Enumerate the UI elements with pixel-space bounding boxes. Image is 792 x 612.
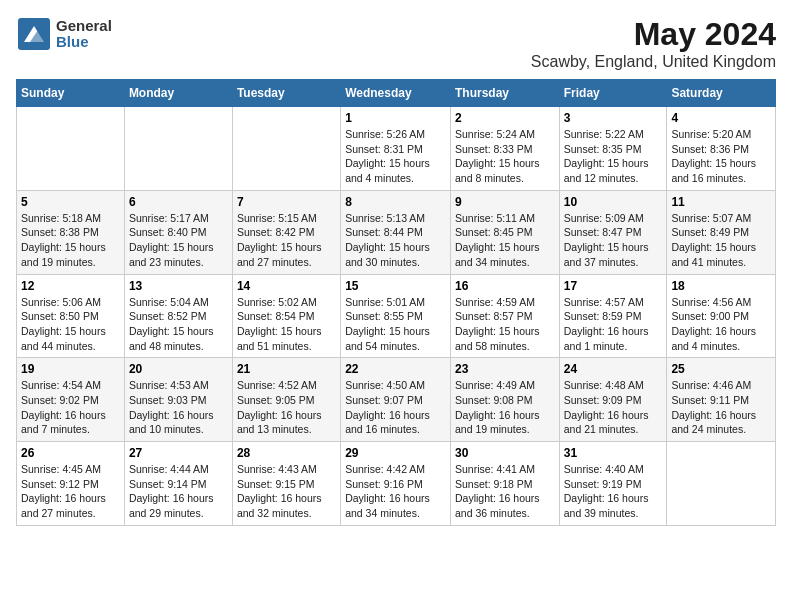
- day-cell: 29Sunrise: 4:42 AM Sunset: 9:16 PM Dayli…: [341, 442, 451, 526]
- day-number: 29: [345, 446, 446, 460]
- day-cell: 8Sunrise: 5:13 AM Sunset: 8:44 PM Daylig…: [341, 190, 451, 274]
- day-number: 3: [564, 111, 663, 125]
- day-number: 2: [455, 111, 555, 125]
- day-number: 12: [21, 279, 120, 293]
- day-number: 22: [345, 362, 446, 376]
- day-info: Sunrise: 4:56 AM Sunset: 9:00 PM Dayligh…: [671, 295, 771, 354]
- day-number: 28: [237, 446, 336, 460]
- main-title: May 2024: [531, 16, 776, 53]
- day-info: Sunrise: 4:54 AM Sunset: 9:02 PM Dayligh…: [21, 378, 120, 437]
- day-cell: 30Sunrise: 4:41 AM Sunset: 9:18 PM Dayli…: [450, 442, 559, 526]
- day-info: Sunrise: 5:02 AM Sunset: 8:54 PM Dayligh…: [237, 295, 336, 354]
- day-number: 26: [21, 446, 120, 460]
- day-number: 10: [564, 195, 663, 209]
- day-header-monday: Monday: [124, 80, 232, 107]
- day-cell: 28Sunrise: 4:43 AM Sunset: 9:15 PM Dayli…: [232, 442, 340, 526]
- day-cell: 23Sunrise: 4:49 AM Sunset: 9:08 PM Dayli…: [450, 358, 559, 442]
- day-cell: 16Sunrise: 4:59 AM Sunset: 8:57 PM Dayli…: [450, 274, 559, 358]
- week-row-4: 19Sunrise: 4:54 AM Sunset: 9:02 PM Dayli…: [17, 358, 776, 442]
- day-number: 19: [21, 362, 120, 376]
- day-cell: [232, 107, 340, 191]
- day-number: 25: [671, 362, 771, 376]
- day-cell: [124, 107, 232, 191]
- day-info: Sunrise: 5:26 AM Sunset: 8:31 PM Dayligh…: [345, 127, 446, 186]
- day-cell: 24Sunrise: 4:48 AM Sunset: 9:09 PM Dayli…: [559, 358, 667, 442]
- calendar-table: SundayMondayTuesdayWednesdayThursdayFrid…: [16, 79, 776, 526]
- day-info: Sunrise: 5:20 AM Sunset: 8:36 PM Dayligh…: [671, 127, 771, 186]
- day-header-thursday: Thursday: [450, 80, 559, 107]
- day-info: Sunrise: 5:22 AM Sunset: 8:35 PM Dayligh…: [564, 127, 663, 186]
- day-info: Sunrise: 5:07 AM Sunset: 8:49 PM Dayligh…: [671, 211, 771, 270]
- logo-general: General: [56, 18, 112, 35]
- day-cell: 25Sunrise: 4:46 AM Sunset: 9:11 PM Dayli…: [667, 358, 776, 442]
- day-info: Sunrise: 5:04 AM Sunset: 8:52 PM Dayligh…: [129, 295, 228, 354]
- title-block: May 2024 Scawby, England, United Kingdom: [531, 16, 776, 71]
- day-number: 11: [671, 195, 771, 209]
- day-info: Sunrise: 5:06 AM Sunset: 8:50 PM Dayligh…: [21, 295, 120, 354]
- page-header: General Blue May 2024 Scawby, England, U…: [16, 16, 776, 71]
- day-cell: 6Sunrise: 5:17 AM Sunset: 8:40 PM Daylig…: [124, 190, 232, 274]
- day-number: 21: [237, 362, 336, 376]
- day-info: Sunrise: 4:49 AM Sunset: 9:08 PM Dayligh…: [455, 378, 555, 437]
- day-cell: 18Sunrise: 4:56 AM Sunset: 9:00 PM Dayli…: [667, 274, 776, 358]
- day-info: Sunrise: 5:17 AM Sunset: 8:40 PM Dayligh…: [129, 211, 228, 270]
- day-number: 18: [671, 279, 771, 293]
- day-cell: 5Sunrise: 5:18 AM Sunset: 8:38 PM Daylig…: [17, 190, 125, 274]
- day-header-sunday: Sunday: [17, 80, 125, 107]
- day-cell: 10Sunrise: 5:09 AM Sunset: 8:47 PM Dayli…: [559, 190, 667, 274]
- day-info: Sunrise: 4:52 AM Sunset: 9:05 PM Dayligh…: [237, 378, 336, 437]
- day-cell: 13Sunrise: 5:04 AM Sunset: 8:52 PM Dayli…: [124, 274, 232, 358]
- week-row-3: 12Sunrise: 5:06 AM Sunset: 8:50 PM Dayli…: [17, 274, 776, 358]
- day-info: Sunrise: 5:11 AM Sunset: 8:45 PM Dayligh…: [455, 211, 555, 270]
- header-row: SundayMondayTuesdayWednesdayThursdayFrid…: [17, 80, 776, 107]
- day-number: 1: [345, 111, 446, 125]
- day-number: 16: [455, 279, 555, 293]
- logo-icon: [16, 16, 52, 52]
- day-number: 24: [564, 362, 663, 376]
- day-number: 27: [129, 446, 228, 460]
- week-row-5: 26Sunrise: 4:45 AM Sunset: 9:12 PM Dayli…: [17, 442, 776, 526]
- day-cell: 15Sunrise: 5:01 AM Sunset: 8:55 PM Dayli…: [341, 274, 451, 358]
- day-info: Sunrise: 4:40 AM Sunset: 9:19 PM Dayligh…: [564, 462, 663, 521]
- day-number: 8: [345, 195, 446, 209]
- day-cell: 22Sunrise: 4:50 AM Sunset: 9:07 PM Dayli…: [341, 358, 451, 442]
- logo-blue: Blue: [56, 34, 112, 51]
- day-cell: 3Sunrise: 5:22 AM Sunset: 8:35 PM Daylig…: [559, 107, 667, 191]
- day-cell: 2Sunrise: 5:24 AM Sunset: 8:33 PM Daylig…: [450, 107, 559, 191]
- day-number: 30: [455, 446, 555, 460]
- day-number: 9: [455, 195, 555, 209]
- day-number: 6: [129, 195, 228, 209]
- day-cell: [667, 442, 776, 526]
- week-row-1: 1Sunrise: 5:26 AM Sunset: 8:31 PM Daylig…: [17, 107, 776, 191]
- day-cell: 20Sunrise: 4:53 AM Sunset: 9:03 PM Dayli…: [124, 358, 232, 442]
- day-number: 7: [237, 195, 336, 209]
- day-cell: 14Sunrise: 5:02 AM Sunset: 8:54 PM Dayli…: [232, 274, 340, 358]
- day-number: 17: [564, 279, 663, 293]
- day-header-tuesday: Tuesday: [232, 80, 340, 107]
- logo: General Blue: [16, 16, 112, 52]
- day-cell: 27Sunrise: 4:44 AM Sunset: 9:14 PM Dayli…: [124, 442, 232, 526]
- day-cell: 1Sunrise: 5:26 AM Sunset: 8:31 PM Daylig…: [341, 107, 451, 191]
- subtitle: Scawby, England, United Kingdom: [531, 53, 776, 71]
- day-number: 14: [237, 279, 336, 293]
- day-info: Sunrise: 4:59 AM Sunset: 8:57 PM Dayligh…: [455, 295, 555, 354]
- day-info: Sunrise: 4:57 AM Sunset: 8:59 PM Dayligh…: [564, 295, 663, 354]
- day-number: 5: [21, 195, 120, 209]
- day-header-friday: Friday: [559, 80, 667, 107]
- day-info: Sunrise: 4:50 AM Sunset: 9:07 PM Dayligh…: [345, 378, 446, 437]
- day-info: Sunrise: 4:53 AM Sunset: 9:03 PM Dayligh…: [129, 378, 228, 437]
- day-header-saturday: Saturday: [667, 80, 776, 107]
- day-number: 20: [129, 362, 228, 376]
- day-info: Sunrise: 4:44 AM Sunset: 9:14 PM Dayligh…: [129, 462, 228, 521]
- day-info: Sunrise: 5:18 AM Sunset: 8:38 PM Dayligh…: [21, 211, 120, 270]
- day-info: Sunrise: 4:41 AM Sunset: 9:18 PM Dayligh…: [455, 462, 555, 521]
- day-info: Sunrise: 5:13 AM Sunset: 8:44 PM Dayligh…: [345, 211, 446, 270]
- day-cell: 26Sunrise: 4:45 AM Sunset: 9:12 PM Dayli…: [17, 442, 125, 526]
- day-number: 4: [671, 111, 771, 125]
- day-info: Sunrise: 4:45 AM Sunset: 9:12 PM Dayligh…: [21, 462, 120, 521]
- day-cell: 9Sunrise: 5:11 AM Sunset: 8:45 PM Daylig…: [450, 190, 559, 274]
- day-cell: 21Sunrise: 4:52 AM Sunset: 9:05 PM Dayli…: [232, 358, 340, 442]
- week-row-2: 5Sunrise: 5:18 AM Sunset: 8:38 PM Daylig…: [17, 190, 776, 274]
- day-cell: 19Sunrise: 4:54 AM Sunset: 9:02 PM Dayli…: [17, 358, 125, 442]
- day-cell: [17, 107, 125, 191]
